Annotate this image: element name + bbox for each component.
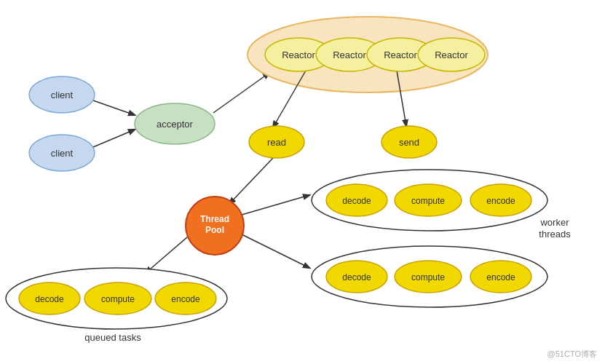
- encode1-label: encode: [486, 196, 515, 206]
- reactor3-label: Reactor: [384, 50, 417, 60]
- worker-threads-label: worker: [539, 217, 569, 228]
- threadpool-label: Thread: [200, 214, 229, 224]
- svg-line-0: [93, 100, 135, 115]
- decode1-label: decode: [342, 196, 371, 206]
- client1-label: client: [51, 90, 74, 100]
- svg-line-9: [146, 237, 188, 273]
- encode2-label: encode: [486, 272, 515, 282]
- svg-line-1: [93, 130, 135, 147]
- acceptor-label: acceptor: [157, 119, 194, 130]
- worker-threads-label2: threads: [539, 229, 571, 240]
- decode3-label: decode: [35, 294, 64, 304]
- read-label: read: [267, 137, 286, 148]
- svg-line-8: [242, 234, 309, 268]
- send-label: send: [399, 137, 419, 148]
- svg-line-6: [229, 158, 273, 204]
- watermark: @51CTO博客: [547, 349, 597, 358]
- client2-label: client: [51, 148, 74, 159]
- queued-tasks-label: queued tasks: [84, 332, 141, 343]
- reactor2-label: Reactor: [333, 50, 366, 60]
- compute3-label: compute: [101, 294, 135, 304]
- threadpool-label2: Pool: [205, 225, 224, 235]
- decode2-label: decode: [342, 272, 371, 282]
- compute2-label: compute: [411, 272, 445, 282]
- reactor1-label: Reactor: [282, 50, 315, 60]
- encode3-label: encode: [171, 294, 200, 304]
- compute1-label: compute: [411, 196, 445, 206]
- svg-line-2: [213, 73, 269, 113]
- svg-line-7: [242, 195, 309, 215]
- reactor4-label: Reactor: [435, 50, 468, 60]
